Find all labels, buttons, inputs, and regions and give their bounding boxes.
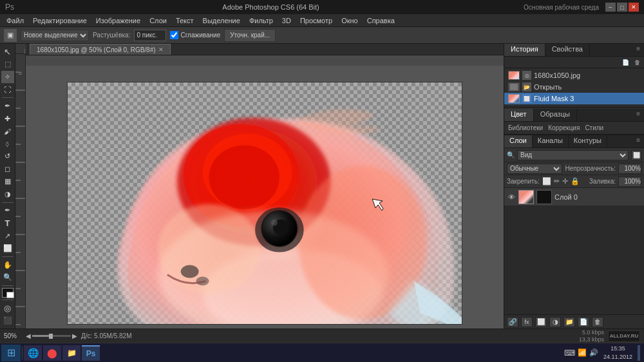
menu-item-file[interactable]: Файл — [3, 15, 28, 26]
tool-gradient[interactable]: ▦ — [1, 176, 14, 188]
layer-item-0[interactable]: 👁 Слой 0 — [504, 188, 644, 206]
menu-item-edit[interactable]: Редактирование — [29, 15, 91, 26]
menu-item-image[interactable]: Изображение — [92, 15, 144, 26]
layer-filter-btn[interactable]: ⬜ — [631, 150, 641, 160]
menu-item-view[interactable]: Просмотр — [296, 15, 336, 26]
lock-pixels-icon[interactable]: ⬜ — [542, 177, 551, 186]
quick-mask-btn[interactable]: ◎ — [1, 302, 14, 314]
color-panel-content: Библиотеки Коррекция Стили — [504, 122, 644, 135]
menu-item-layers[interactable]: Слои — [146, 15, 171, 26]
layer-new-icon[interactable]: 📄 — [578, 317, 589, 327]
show-desktop-btn[interactable] — [638, 345, 640, 361]
tab-history[interactable]: История — [504, 44, 545, 56]
menu-item-help[interactable]: Справка — [363, 15, 399, 26]
layer-delete-icon[interactable]: 🗑 — [592, 317, 603, 327]
panel-menu-icon[interactable]: ≡ — [632, 44, 644, 56]
layer-group-icon[interactable]: 📁 — [564, 317, 575, 327]
lock-gradient-icon[interactable]: ✏ — [554, 177, 560, 186]
taskbar-item-red[interactable]: ⬤ — [43, 345, 61, 361]
close-tab-icon[interactable]: ✕ — [158, 46, 164, 53]
refine-edge-button[interactable]: Уточн. край... — [224, 29, 276, 42]
tool-lasso[interactable]: ⬚ — [1, 59, 14, 71]
tool-crop[interactable]: ⛶ — [1, 84, 14, 96]
tab-properties[interactable]: Свойства — [545, 44, 590, 56]
nav-right-btn[interactable]: ▶ — [72, 332, 77, 339]
layers-section: Слои Каналы Контуры ≡ 🔍 Вид ⬜ Обычные Не… — [504, 135, 644, 329]
tool-path-select[interactable]: ↗ — [1, 230, 14, 242]
menu-item-3d[interactable]: 3D — [278, 15, 295, 26]
layer-fx-icon[interactable]: fx — [521, 317, 533, 327]
tool-heal[interactable]: ✚ — [1, 113, 14, 125]
history-item-1[interactable]: 📂 Открыть — [504, 81, 644, 93]
menu-item-filter[interactable]: Фильтр — [245, 15, 277, 26]
document-tab[interactable]: 1680x1050.jpg @ 50% (Слой 0, RGB/8#) ✕ — [30, 44, 171, 55]
fish-illustration — [68, 82, 462, 324]
menu-item-select[interactable]: Выделение — [199, 15, 244, 26]
layer-visibility-icon[interactable]: 👁 — [507, 193, 516, 201]
feather-input[interactable] — [134, 30, 166, 41]
blend-mode-select[interactable]: Обычные — [507, 164, 562, 174]
history-delete-icon[interactable]: 🗑 — [632, 58, 641, 67]
tab-color[interactable]: Цвет — [504, 109, 534, 121]
taskbar-item-ie[interactable]: 🌐 — [24, 345, 42, 361]
tool-text[interactable]: T — [1, 217, 14, 229]
layer-name[interactable]: Слой 0 — [554, 193, 641, 201]
tool-eyedropper[interactable]: ✒ — [1, 100, 14, 112]
nav-left-btn[interactable]: ◀ — [26, 332, 31, 339]
layer-adj-icon[interactable]: ◑ — [549, 317, 561, 327]
svg-rect-38 — [15, 54, 26, 329]
tray-network-icon[interactable]: 📶 — [578, 348, 587, 357]
tool-zoom[interactable]: 🔍 — [1, 271, 14, 283]
start-button[interactable]: ⊞ — [1, 345, 21, 361]
history-new-icon[interactable]: 📄 — [621, 58, 630, 67]
close-button[interactable]: ✕ — [629, 3, 639, 12]
tool-mode-select[interactable]: Новое выделение — [21, 30, 89, 41]
layer-link-icon[interactable]: 🔗 — [507, 317, 518, 327]
minimize-button[interactable]: − — [605, 3, 616, 12]
history-item-0[interactable]: ◎ 1680x1050.jpg — [504, 70, 644, 81]
correction-label: Коррекция — [548, 124, 580, 131]
history-tabs: История Свойства ≡ — [504, 44, 644, 57]
layer-mask-icon[interactable]: ⬜ — [535, 317, 547, 327]
taskbar-item-ps[interactable]: Ps — [82, 345, 100, 361]
tool-hand[interactable]: ✋ — [1, 259, 14, 271]
menu-item-window[interactable]: Окно — [337, 15, 362, 26]
tool-stamp[interactable]: ⎀ — [1, 138, 14, 150]
lock-all-icon[interactable]: 🔒 — [571, 177, 580, 186]
tray-volume-icon[interactable]: 🔊 — [589, 348, 598, 357]
history-item-2[interactable]: ⬜ Fluid Mask 3 — [504, 93, 644, 104]
canvas-image[interactable] — [67, 82, 462, 325]
tool-magic-wand[interactable]: ✧ — [1, 71, 14, 83]
lock-position-icon[interactable]: ✛ — [562, 177, 568, 186]
color-panel-menu[interactable]: ≡ — [632, 109, 644, 121]
foreground-color[interactable] — [2, 288, 14, 298]
screen-mode-btn[interactable]: ⬛ — [1, 314, 14, 327]
tab-swatches[interactable]: Образцы — [534, 109, 577, 121]
tool-select-arrow[interactable]: ↖ — [1, 46, 14, 58]
app-logo: Ps — [5, 3, 14, 12]
tool-shape[interactable]: ⬜ — [1, 242, 14, 254]
antialias-checkbox[interactable] — [170, 31, 178, 39]
taskbar-item-folder[interactable]: 📁 — [62, 345, 80, 361]
tab-layers[interactable]: Слои — [504, 135, 533, 148]
zoom-slider[interactable] — [32, 335, 71, 337]
tab-channels[interactable]: Каналы — [533, 135, 569, 148]
canvas-viewport[interactable] — [26, 66, 504, 329]
tool-pen[interactable]: ✒ — [1, 205, 14, 217]
tab-paths[interactable]: Контуры — [569, 135, 607, 148]
layer-thumbnail — [518, 190, 534, 204]
menu-item-text[interactable]: Текст — [172, 15, 198, 26]
tray-keyboard-icon[interactable]: ⌨ — [564, 348, 575, 357]
tool-history-brush[interactable]: ↺ — [1, 150, 14, 162]
tool-eraser[interactable]: ◻ — [1, 163, 14, 175]
tool-dodge[interactable]: ◑ — [1, 188, 14, 200]
fill-input[interactable] — [618, 176, 641, 187]
workspace-label[interactable]: Основная рабочая среда — [524, 4, 599, 11]
restore-button[interactable]: □ — [617, 3, 627, 12]
clock-date: 24.11.2012 — [603, 353, 632, 361]
tool-brush[interactable]: 🖌 — [1, 125, 14, 137]
opacity-input[interactable] — [618, 164, 641, 174]
layer-filter-select[interactable]: Вид — [517, 150, 629, 160]
history-icon-0: ◎ — [522, 71, 531, 80]
layers-panel-menu[interactable]: ≡ — [632, 135, 644, 148]
